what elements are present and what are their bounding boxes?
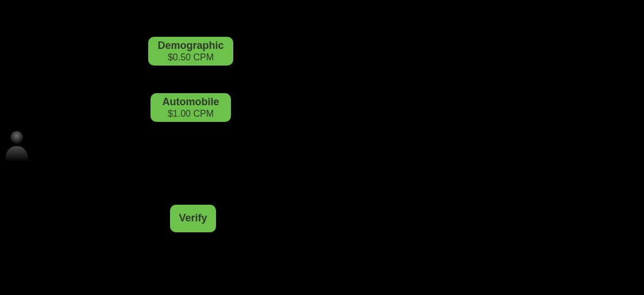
diagram-stage: Demographic $0.50 CPM Automobile $1.00 C… (0, 0, 644, 295)
node-demographic: Demographic $0.50 CPM (148, 37, 233, 66)
node-verify: Verify (170, 205, 216, 232)
node-demographic-sub: $0.50 CPM (168, 52, 214, 63)
node-verify-title: Verify (179, 212, 207, 225)
node-automobile: Automobile $1.00 CPM (151, 93, 231, 122)
user-icon (3, 129, 30, 161)
node-automobile-title: Automobile (163, 96, 219, 109)
svg-point-0 (10, 131, 23, 144)
node-automobile-sub: $1.00 CPM (168, 108, 214, 119)
node-demographic-title: Demographic (157, 40, 223, 52)
